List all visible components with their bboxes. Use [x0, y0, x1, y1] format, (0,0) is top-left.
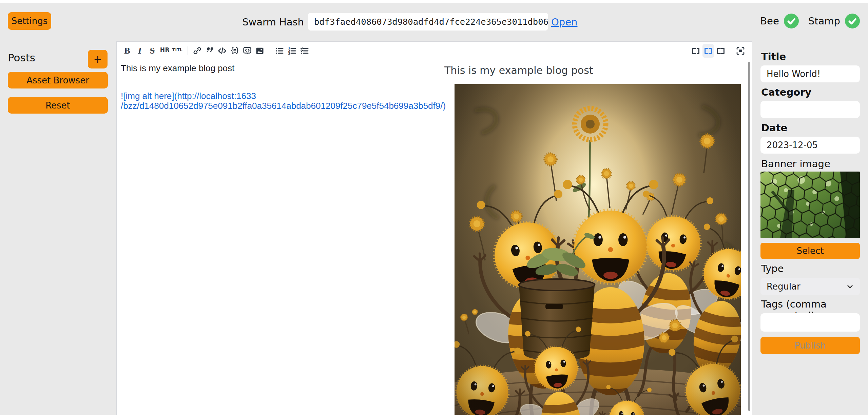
quote-icon[interactable]	[204, 44, 215, 58]
bee-check-icon	[784, 14, 799, 28]
banner-image-thumbnail[interactable]	[760, 172, 860, 238]
chevron-down-icon	[846, 283, 854, 290]
banner-image-label: Banner image	[761, 158, 830, 170]
add-post-button[interactable]: +	[88, 50, 108, 68]
code-block-icon[interactable]	[229, 44, 240, 58]
image-icon[interactable]	[254, 44, 266, 58]
fullscreen-icon[interactable]	[735, 44, 746, 58]
type-label: Type	[761, 263, 784, 274]
italic-icon[interactable]: I	[134, 44, 146, 58]
title-icon[interactable]: TITL	[172, 44, 183, 58]
toolbar-view-group	[690, 42, 747, 60]
preview-heading: This is my example blog post	[444, 64, 593, 76]
tags-input[interactable]	[760, 313, 860, 332]
reset-button[interactable]: Reset	[8, 97, 108, 114]
swarm-hash-label: Swarm Hash	[237, 16, 304, 28]
editor-preview-divider	[435, 60, 435, 415]
posts-heading: Posts	[8, 52, 35, 64]
category-label: Category	[761, 86, 811, 98]
title-input[interactable]	[760, 65, 860, 82]
title-label: Title	[761, 51, 786, 62]
link-icon[interactable]	[191, 44, 203, 58]
settings-button[interactable]: Settings	[8, 12, 51, 30]
category-input[interactable]	[760, 101, 860, 118]
stamp-check-icon	[845, 14, 860, 28]
bee-status-label: Bee	[760, 15, 779, 27]
ordered-list-icon[interactable]: 1 2 3	[286, 44, 298, 58]
preview-post-image	[455, 84, 741, 415]
preview-view-icon[interactable]	[715, 44, 727, 58]
task-list-icon[interactable]	[299, 44, 310, 58]
editor-image-markdown-line1: ![img alt here](http://localhost:1633	[121, 91, 256, 101]
bold-icon[interactable]: B	[121, 44, 133, 58]
toolbar-separator	[731, 46, 731, 55]
editor-view-icon[interactable]	[690, 44, 701, 58]
date-input[interactable]	[760, 137, 860, 154]
svg-text:3: 3	[288, 52, 290, 55]
banner-select-button[interactable]: Select	[760, 243, 860, 259]
editor-text-line: This is my example blog post	[121, 63, 234, 74]
code-icon[interactable]	[216, 44, 228, 58]
date-label: Date	[761, 122, 787, 134]
toolbar-separator	[270, 46, 270, 55]
swarm-hash-input[interactable]: bdf3faed4086073d980adfd4d7fce224e365e301…	[308, 13, 548, 31]
strikethrough-icon[interactable]: S	[147, 44, 158, 58]
unordered-list-icon[interactable]	[274, 44, 285, 58]
status-area: Bee Stamp	[760, 14, 860, 28]
type-select-value: Regular	[767, 281, 801, 292]
top-strip	[0, 0, 868, 3]
heading-icon[interactable]: HR	[159, 44, 171, 58]
editor-image-markdown-line2: /bzz/d1480d10652d975e091b2ffa0a35614abda…	[121, 101, 446, 111]
stamp-status-label: Stamp	[808, 15, 840, 27]
split-view-icon[interactable]	[702, 44, 714, 58]
editor-toolbar: B I S HR TITL	[117, 42, 752, 60]
app-window: Settings Swarm Hash bdf3faed4086073d980a…	[0, 0, 868, 415]
type-select[interactable]: Regular	[760, 278, 860, 295]
asset-browser-button[interactable]: Asset Browser	[8, 72, 108, 88]
toolbar-separator	[188, 46, 188, 55]
embed-icon[interactable]	[242, 44, 253, 58]
open-link[interactable]: Open	[551, 16, 577, 28]
preview-scrollbar[interactable]	[748, 62, 750, 411]
markdown-editor[interactable]	[117, 60, 435, 415]
publish-button[interactable]: Publish	[760, 337, 860, 354]
